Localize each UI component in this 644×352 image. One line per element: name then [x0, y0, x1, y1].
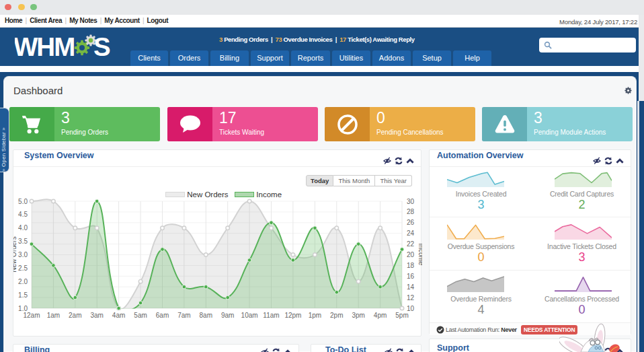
- svg-text:New Orders: New Orders: [13, 236, 17, 272]
- svg-text:22: 22: [407, 240, 415, 248]
- svg-text:2.5: 2.5: [18, 265, 28, 272]
- svg-text:1am: 1am: [47, 312, 60, 319]
- svg-text:14: 14: [407, 283, 415, 291]
- svg-text:2.0: 2.0: [18, 278, 28, 285]
- svg-text:10am: 10am: [241, 312, 258, 319]
- svg-text:Income: Income: [417, 244, 422, 266]
- svg-text:9am: 9am: [221, 312, 234, 319]
- svg-text:4.0: 4.0: [18, 224, 28, 232]
- svg-text:3.5: 3.5: [18, 238, 28, 245]
- svg-text:5am: 5am: [134, 312, 147, 319]
- svg-text:1pm: 1pm: [309, 312, 321, 319]
- svg-text:3pm: 3pm: [352, 312, 364, 319]
- svg-text:WHM: WHM: [15, 33, 74, 61]
- svg-text:2pm: 2pm: [330, 312, 343, 319]
- svg-text:12pm: 12pm: [284, 312, 301, 319]
- svg-text:7am: 7am: [177, 312, 190, 319]
- svg-text:30: 30: [407, 198, 415, 205]
- svg-text:4am: 4am: [112, 312, 125, 319]
- svg-text:S: S: [93, 33, 111, 61]
- svg-text:12: 12: [407, 294, 415, 302]
- svg-text:26: 26: [407, 219, 415, 226]
- svg-text:16: 16: [407, 273, 415, 280]
- svg-text:24: 24: [407, 230, 415, 237]
- svg-text:6am: 6am: [156, 312, 169, 319]
- svg-text:2am: 2am: [69, 312, 81, 319]
- svg-text:12am: 12am: [23, 312, 40, 319]
- svg-text:8am: 8am: [200, 312, 212, 319]
- svg-text:28: 28: [407, 208, 415, 215]
- svg-text:20: 20: [407, 251, 415, 258]
- svg-text:18: 18: [407, 262, 415, 269]
- svg-text:11am: 11am: [263, 312, 279, 319]
- svg-text:10: 10: [407, 305, 415, 312]
- svg-text:1.5: 1.5: [18, 291, 28, 299]
- svg-text:3am: 3am: [90, 312, 103, 319]
- svg-text:5.0: 5.0: [18, 198, 28, 205]
- svg-text:5pm: 5pm: [395, 312, 408, 319]
- svg-text:3.0: 3.0: [18, 251, 28, 258]
- svg-text:1.0: 1.0: [18, 305, 28, 312]
- svg-text:4.5: 4.5: [18, 211, 28, 218]
- svg-text:4pm: 4pm: [374, 312, 387, 319]
